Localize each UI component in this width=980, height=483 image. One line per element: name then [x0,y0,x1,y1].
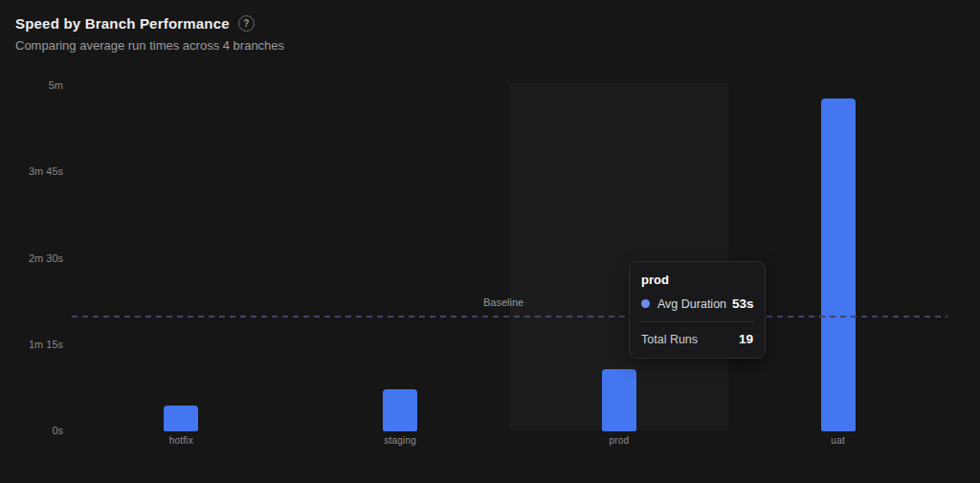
baseline-line [72,316,947,318]
baseline-label: Baseline [483,296,523,308]
tooltip-avg-duration-label: Avg Duration [657,297,726,311]
tooltip-total-runs-label: Total Runs [641,333,698,346]
y-axis-tick-label: 5m [49,79,63,91]
tooltip-avg-duration-row: Avg Duration 53s [641,296,753,311]
tooltip-avg-duration-value: 53s [732,296,754,311]
x-axis-label-uat: uat [831,435,845,446]
x-axis-label-hotfix: hotfix [169,435,193,446]
y-axis-tick-label: 3m 45s [29,165,63,177]
tooltip-divider [639,321,755,322]
bar-prod[interactable] [602,369,636,431]
tooltip-branch-name: prod [641,273,753,287]
x-axis-label-staging: staging [384,435,416,446]
x-axis-label-prod: prod [609,435,629,446]
y-axis-tick-label: 0s [52,425,63,436]
bar-uat[interactable] [821,99,856,431]
y-axis-tick-label: 1m 15s [29,339,63,350]
bar-hotfix[interactable] [164,406,198,431]
bar-chart-plot-area: 5m3m 45s2m 30s1m 15s0shotfixstagingprodu… [0,0,980,483]
y-axis-tick-label: 2m 30s [29,252,63,264]
tooltip-total-runs-row: Total Runs 19 [641,332,753,346]
tooltip: prod Avg Duration 53s Total Runs 19 [629,261,766,359]
series-dot-icon [641,299,650,308]
bar-staging[interactable] [383,389,417,431]
tooltip-total-runs-value: 19 [739,332,753,346]
